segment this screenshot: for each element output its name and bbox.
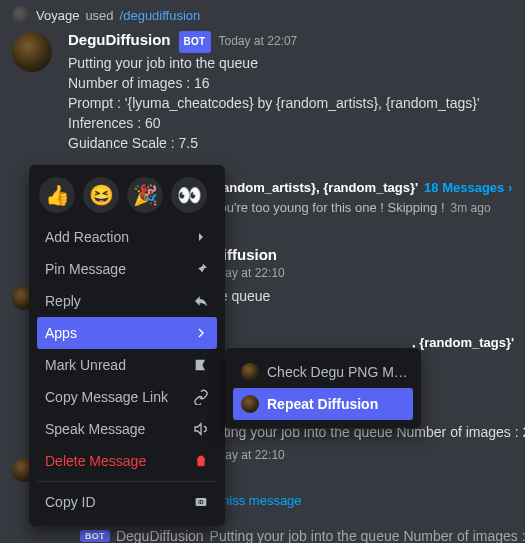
bot-tag: BOT [80, 530, 110, 542]
chevron-right-icon [193, 229, 209, 245]
menu-apps[interactable]: Apps [37, 317, 217, 349]
id-icon: ID [193, 494, 209, 510]
menu-reply[interactable]: Reply [37, 285, 217, 317]
menu-label: Reply [45, 293, 81, 309]
svg-text:ID: ID [198, 499, 203, 505]
mark-unread-icon [193, 357, 209, 373]
thread-snippet-text: , {random_tags}' [412, 335, 514, 350]
menu-speak-message[interactable]: Speak Message [37, 413, 217, 445]
msg-line: Guidance Scale : 7.5 [68, 133, 525, 153]
trash-icon [193, 453, 209, 469]
dismiss-link[interactable]: smiss message [212, 493, 302, 508]
menu-mark-unread[interactable]: Mark Unread [37, 349, 217, 381]
system-used-command: Voyage used /degudiffusion [12, 0, 525, 24]
message-tail: BOT DeguDiffusion Putting your job into … [80, 528, 525, 543]
thread-age: 3m ago [451, 201, 491, 215]
author-name: DeguDiffusion [116, 528, 204, 543]
thread-snippet: {random_artists}, {random_tags}' [212, 180, 418, 195]
reply-icon [193, 293, 209, 309]
menu-label: Add Reaction [45, 229, 129, 245]
msg-line: Putting your job into the queue [68, 53, 525, 73]
apps-repeat-diffusion[interactable]: Repeat Diffusion [233, 388, 413, 420]
app-icon [241, 395, 259, 413]
thread-messages-link[interactable]: 18 Messages › [424, 180, 512, 195]
menu-label: Speak Message [45, 421, 145, 437]
pin-icon [193, 261, 209, 277]
menu-label: Apps [45, 325, 77, 341]
msg-line: Number of images : 16 [68, 73, 525, 93]
reaction-thumbs-up[interactable]: 👍 [39, 177, 75, 213]
app-icon [241, 363, 259, 381]
msg-line: Prompt : '{lyuma_cheatcodes} by {random_… [68, 93, 525, 113]
thread-tail: You're too young for this one ! Skipping… [212, 200, 445, 215]
thread-summary[interactable]: {random_artists}, {random_tags}' 18 Mess… [212, 180, 525, 195]
author-name[interactable]: DeguDiffusion [68, 30, 171, 50]
reaction-eyes[interactable]: 👀 [171, 177, 207, 213]
bot-tag: BOT [179, 31, 211, 53]
menu-delete-message[interactable]: Delete Message [37, 445, 217, 477]
menu-copy-id[interactable]: Copy ID ID [37, 486, 217, 518]
timestamp: Today at 22:07 [219, 31, 298, 51]
reaction-party[interactable]: 🎉 [127, 177, 163, 213]
submenu-label: Repeat Diffusion [267, 396, 378, 412]
quick-reaction-row: 👍 😆 🎉 👀 [37, 173, 217, 221]
menu-copy-message-link[interactable]: Copy Message Link [37, 381, 217, 413]
link-icon [193, 389, 209, 405]
apps-check-degu-png[interactable]: Check Degu PNG M… [233, 356, 413, 388]
speak-icon [193, 421, 209, 437]
system-user: Voyage [36, 8, 79, 23]
menu-separator [37, 481, 217, 482]
system-verb: used [85, 8, 113, 23]
msg-line: Inferences : 60 [68, 113, 525, 133]
menu-add-reaction[interactable]: Add Reaction [37, 221, 217, 253]
user-avatar-small [12, 6, 30, 24]
message-1[interactable]: DeguDiffusion BOT Today at 22:07 Putting… [12, 30, 525, 153]
menu-label: Copy ID [45, 494, 96, 510]
thread-last-line: You're too young for this one ! Skipping… [212, 200, 525, 215]
menu-label: Delete Message [45, 453, 146, 469]
thread-snippet: , {random_tags}' [412, 335, 525, 350]
submenu-label: Check Degu PNG M… [267, 364, 408, 380]
message-body: Putting your job into the queue Number o… [68, 53, 525, 153]
message-context-menu: 👍 😆 🎉 👀 Add Reaction Pin Message Reply A… [29, 165, 225, 526]
reaction-laugh[interactable]: 😆 [83, 177, 119, 213]
menu-label: Copy Message Link [45, 389, 168, 405]
menu-label: Mark Unread [45, 357, 126, 373]
apps-submenu: Check Degu PNG M… Repeat Diffusion [225, 348, 421, 428]
chevron-right-icon [193, 325, 209, 341]
menu-pin-message[interactable]: Pin Message [37, 253, 217, 285]
bot-avatar[interactable] [12, 32, 52, 72]
slash-command[interactable]: /degudiffusion [120, 8, 201, 23]
menu-label: Pin Message [45, 261, 126, 277]
message-body-fragment: Putting your job into the queue Number o… [210, 528, 525, 543]
